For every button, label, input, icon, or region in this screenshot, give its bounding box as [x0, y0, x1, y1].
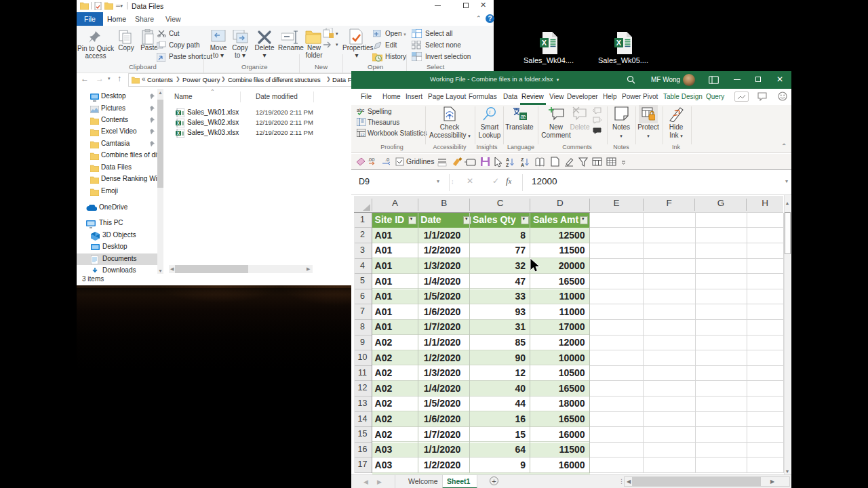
svg-text:Gridlines: Gridlines — [406, 157, 434, 165]
svg-text:Z: Z — [521, 157, 524, 162]
svg-text:æ: æ — [520, 113, 526, 120]
svg-text:.00: .00 — [368, 157, 374, 163]
svg-text:A: A — [506, 157, 509, 162]
svg-text:X: X — [616, 39, 622, 47]
svg-text:i: i — [489, 109, 490, 115]
svg-text:abc: abc — [357, 108, 365, 113]
svg-text:Z: Z — [506, 163, 509, 167]
svg-text:X: X — [177, 121, 180, 125]
svg-text:X: X — [542, 39, 547, 47]
svg-text:A: A — [521, 163, 524, 167]
svg-text:.0: .0 — [385, 157, 389, 163]
svg-text:123: 123 — [360, 133, 366, 137]
svg-text:X: X — [177, 131, 180, 136]
svg-text:X: X — [177, 110, 180, 115]
